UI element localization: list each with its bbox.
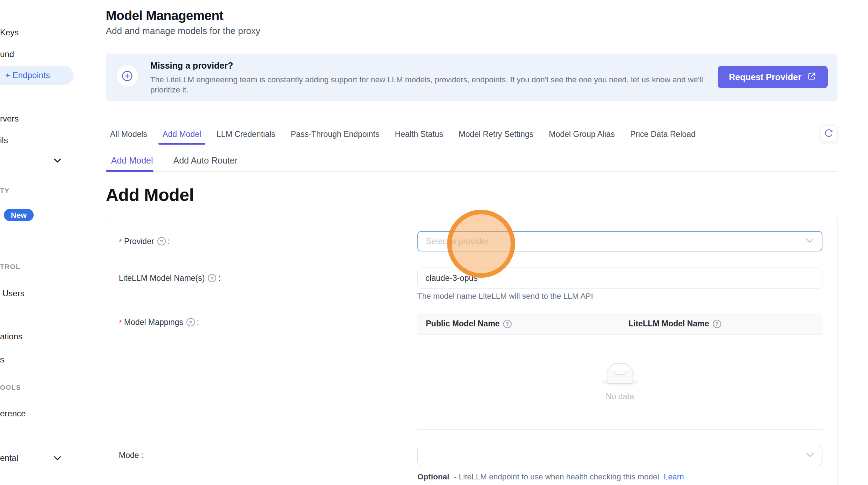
sub-tab-bar: Add Model Add Auto Router <box>106 150 838 172</box>
sidebar-section-header-control: TROL <box>0 263 20 271</box>
page-subtitle: Add and manage models for the proxy <box>106 26 260 36</box>
banner-description: The LiteLLM engineering team is constant… <box>150 75 704 95</box>
empty-box-icon <box>602 363 638 388</box>
add-model-heading: Add Model <box>106 185 194 205</box>
plus-circle-icon <box>116 65 138 87</box>
missing-provider-banner: Missing a provider? The LiteLLM engineer… <box>106 54 838 101</box>
sidebar-item-keys[interactable]: Keys <box>0 28 19 37</box>
tab-price-data-reload[interactable]: Price Data Reload <box>630 124 696 144</box>
provider-placeholder: Select a provider <box>426 236 489 246</box>
model-name-label: LiteLLM Model Name(s) ? : <box>119 273 221 283</box>
chevron-down-icon <box>806 238 814 245</box>
model-name-value: claude-3-opus <box>425 273 478 283</box>
sidebar-item-guardrails[interactable]: ils <box>0 136 8 145</box>
model-mappings-label: * Model Mappings ? : <box>119 317 199 327</box>
tab-llm-credentials[interactable]: LLM Credentials <box>217 124 275 144</box>
help-icon[interactable]: ? <box>157 237 166 245</box>
main-tab-bar: All Models Add Model LLM Credentials Pas… <box>106 124 838 144</box>
subtab-add-auto-router[interactable]: Add Auto Router <box>168 150 243 171</box>
request-provider-label: Request Provider <box>729 72 801 82</box>
help-icon[interactable]: ? <box>713 320 721 328</box>
sidebar-item-endpoints[interactable]: + Endpoints <box>0 66 74 85</box>
sidebar-item-servers[interactable]: rvers <box>0 114 19 124</box>
sidebar-item-inference[interactable]: erence <box>0 409 26 418</box>
sidebar-item-internal-users[interactable]: Users <box>2 289 25 298</box>
sidebar: Keys und + Endpoints rvers ils TY New TR… <box>0 0 81 485</box>
required-asterisk: * <box>119 237 122 247</box>
sidebar-item-label: + Endpoints <box>5 70 50 80</box>
provider-select[interactable]: Select a provider <box>417 231 822 251</box>
mode-label: Mode : <box>119 450 143 460</box>
sidebar-item-experimental[interactable]: ental <box>0 453 18 463</box>
no-data-text: No data <box>606 392 634 401</box>
sidebar-section-header-tools: OOLS <box>0 384 21 392</box>
sidebar-item-playground[interactable]: und <box>0 49 14 59</box>
help-icon[interactable]: ? <box>186 318 195 326</box>
new-badge: New <box>4 209 34 221</box>
help-icon[interactable]: ? <box>503 320 512 328</box>
main-content: Model Management Add and manage models f… <box>106 0 838 485</box>
mode-helper: Optional - LiteLLM endpoint to use when … <box>417 472 684 481</box>
page-title: Model Management <box>106 8 223 23</box>
model-mappings-table: Public Model Name ? LiteLLM Model Name ?… <box>417 313 822 430</box>
tab-add-model[interactable]: Add Model <box>163 124 201 144</box>
tab-all-models[interactable]: All Models <box>110 124 147 144</box>
refresh-icon <box>824 129 833 139</box>
chevron-down-icon <box>806 452 814 459</box>
tab-pass-through-endpoints[interactable]: Pass-Through Endpoints <box>291 124 380 144</box>
column-litellm-model-name: LiteLLM Model Name ? <box>620 313 823 334</box>
model-name-helper: The model name LiteLLM will send to the … <box>417 292 593 301</box>
chevron-down-icon[interactable] <box>53 453 62 463</box>
sidebar-item-organizations[interactable]: ations <box>0 332 22 341</box>
table-empty-state: No data <box>417 335 822 429</box>
banner-title: Missing a provider? <box>150 61 711 71</box>
sidebar-section-header: TY <box>0 187 9 195</box>
table-header-row: Public Model Name ? LiteLLM Model Name ? <box>417 313 822 335</box>
tab-model-retry-settings[interactable]: Model Retry Settings <box>459 124 533 144</box>
subtab-add-model[interactable]: Add Model <box>106 150 158 171</box>
provider-label: * Provider ? : <box>119 236 170 247</box>
add-model-form-card: * Provider ? : Select a provider LiteLLM… <box>106 215 838 485</box>
tab-model-group-alias[interactable]: Model Group Alias <box>549 124 615 144</box>
external-link-icon <box>807 71 816 83</box>
learn-more-link[interactable]: Learn <box>664 472 684 481</box>
request-provider-button[interactable]: Request Provider <box>718 66 828 88</box>
tab-health-status[interactable]: Health Status <box>395 124 443 144</box>
refresh-button[interactable] <box>821 125 837 142</box>
mode-select[interactable] <box>417 446 822 465</box>
column-public-model-name: Public Model Name ? <box>417 313 620 334</box>
sidebar-item-teams[interactable]: s <box>0 355 4 365</box>
model-name-input[interactable]: claude-3-opus <box>417 268 822 289</box>
required-asterisk: * <box>119 318 122 328</box>
help-icon[interactable]: ? <box>208 274 216 282</box>
chevron-down-icon[interactable] <box>53 155 62 165</box>
